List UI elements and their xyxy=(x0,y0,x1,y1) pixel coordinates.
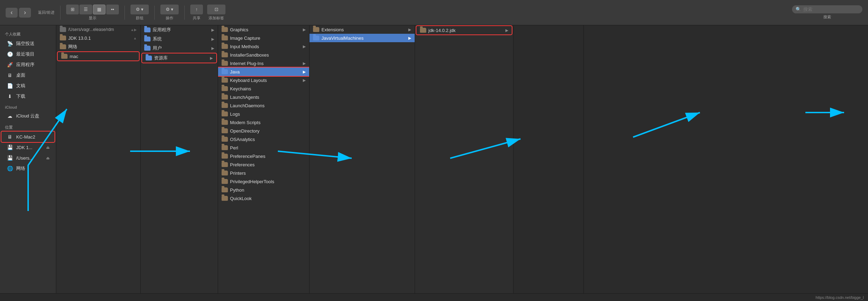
col2-library-chevron: ▶ xyxy=(210,56,213,60)
sep3 xyxy=(154,6,155,20)
col3-python-item[interactable]: Python xyxy=(218,186,309,194)
sidebar-item-recents[interactable]: 🕐 最近项目 xyxy=(1,49,55,59)
sidebar-item-icloud[interactable]: ☁ iCloud 云盘 xyxy=(1,111,55,121)
sidebar-item-airdrop[interactable]: 📡 隔空投送 xyxy=(1,38,55,49)
col5-jdk-item[interactable]: jdk-14.0.2.jdk ▶ xyxy=(416,26,512,34)
sidebar-item-documents[interactable]: 📄 文稿 xyxy=(1,81,55,91)
action-btn[interactable]: ⚙ ▾ xyxy=(160,5,179,14)
col1-network-item[interactable]: 网络 xyxy=(56,42,140,51)
col3-quicklook-item[interactable]: QuickLook xyxy=(218,194,309,203)
sidebar-item-users[interactable]: 💾 /Users... ⏏ xyxy=(1,153,55,163)
forward-button[interactable]: › xyxy=(19,8,31,18)
mac-folder-icon xyxy=(61,54,68,59)
col3-opendirectory-item[interactable]: OpenDirectory xyxy=(218,127,309,135)
jdk1-label: JDK 1... xyxy=(16,145,32,150)
kcmac2-label: KC-Mac2 xyxy=(16,134,35,140)
sidebar-item-desktop[interactable]: 🖥 桌面 xyxy=(1,70,55,81)
col3-modemscripts-item[interactable]: Modem Scripts xyxy=(218,118,309,127)
share-btn[interactable]: ↑ xyxy=(190,5,203,14)
view-gallery-btn[interactable]: ▪▪ xyxy=(106,5,119,14)
col3-logs-item[interactable]: Logs xyxy=(218,110,309,118)
sidebar-item-kcmac2[interactable]: 🖥 KC-Mac2 xyxy=(1,132,55,142)
col3-launchagents-label: LaunchAgents xyxy=(230,95,306,100)
column-4: Extensions ▶ JavaVirtualMachines ▶ xyxy=(309,25,415,293)
col1-network-label: 网络 xyxy=(68,44,137,50)
tag-btn[interactable]: ⊡ xyxy=(207,5,225,14)
col3-printers-item[interactable]: Printers xyxy=(218,169,309,177)
sidebar-item-network[interactable]: 🌐 网络 xyxy=(1,163,55,174)
search-box[interactable]: 🔍 xyxy=(792,5,862,13)
network-icon: 🌐 xyxy=(6,165,13,172)
col2-apps-item[interactable]: 应用程序 ▶ xyxy=(141,25,218,34)
col5-jdk-label: jdk-14.0.2.jdk xyxy=(428,28,505,33)
view-list-btn[interactable]: ☰ xyxy=(79,5,92,14)
col2-system-item[interactable]: 系统 ▶ xyxy=(141,34,218,44)
recents-label: 最近项目 xyxy=(16,51,34,57)
users-eject[interactable]: ⏏ xyxy=(46,156,50,160)
col3-internetplugins-item[interactable]: Internet Plug-Ins ▶ xyxy=(218,59,309,68)
col3-preferences-item[interactable]: Preferences xyxy=(218,160,309,169)
col1-jdk-item[interactable]: JDK 13.0.1 ▲ xyxy=(56,34,140,42)
col3-keychains-item[interactable]: Keychains xyxy=(218,84,309,93)
share-label: 共享 xyxy=(193,15,200,21)
col3-launchdaemons-item[interactable]: LaunchDaemons xyxy=(218,101,309,110)
statusbar: https://blog.csdn.net/bigge_l xyxy=(0,293,868,301)
sidebar-item-downloads[interactable]: ⬇ 下载 xyxy=(1,91,55,102)
col3-preferencepanes-item[interactable]: PreferencePanes xyxy=(218,152,309,160)
sidebar-item-apps[interactable]: 🚀 应用程序 xyxy=(1,59,55,70)
keyboardlayouts-folder-icon xyxy=(222,78,228,83)
col1-mac-item[interactable]: mac xyxy=(58,52,139,60)
col3-osanalytics-item[interactable]: OSAnalytics xyxy=(218,135,309,143)
jdk-folder-icon xyxy=(60,36,66,40)
sidebar-item-jdk1[interactable]: 💾 JDK 1... ⏏ xyxy=(1,142,55,153)
users-label: /Users... xyxy=(16,155,33,161)
col3-graphics-item[interactable]: Graphics ▶ xyxy=(218,25,309,34)
col2-library-item[interactable]: 资源库 ▶ xyxy=(142,53,216,63)
col3-privileged-label: PrivilegedHelperTools xyxy=(230,179,306,184)
preferencepanes-folder-icon xyxy=(222,154,228,159)
locations-label: 位置 xyxy=(0,121,56,132)
col3-java-chevron: ▶ xyxy=(303,70,306,74)
col3-inputmethods-item[interactable]: Input Methods ▶ xyxy=(218,42,309,51)
sep1 xyxy=(60,6,60,20)
action-label: 操作 xyxy=(166,15,173,21)
internetplugins-folder-icon xyxy=(222,61,228,66)
printers-folder-icon xyxy=(222,171,228,175)
extensions-folder-icon xyxy=(313,27,319,32)
col4-extensions-item[interactable]: Extensions ▶ xyxy=(309,25,415,34)
graphics-folder-icon xyxy=(222,27,228,32)
col1-path-label: /Users/vagr...elease/rdm xyxy=(68,27,129,32)
col1-path-item[interactable]: /Users/vagr...elease/rdm ▲ ▶ xyxy=(56,25,140,34)
col4-jvm-item[interactable]: JavaVirtualMachines ▶ xyxy=(309,34,415,42)
group-btn[interactable]: ⚙ ▾ xyxy=(130,5,149,14)
share-group: ↑ 共享 xyxy=(190,5,203,21)
col3-perl-item[interactable]: Perl xyxy=(218,143,309,152)
java-folder-icon xyxy=(222,69,228,74)
col3-preferencepanes-label: PreferencePanes xyxy=(230,154,306,159)
col3-java-item[interactable]: Java ▶ xyxy=(218,68,309,76)
back-button[interactable]: ‹ xyxy=(6,8,18,18)
view-icons-btn[interactable]: ⊞ xyxy=(66,5,79,14)
col3-launchagents-item[interactable]: LaunchAgents xyxy=(218,93,309,101)
documents-icon: 📄 xyxy=(6,82,13,89)
col2-system-chevron: ▶ xyxy=(211,37,214,41)
jdk1-eject[interactable]: ⏏ xyxy=(46,145,50,150)
privileged-folder-icon xyxy=(222,179,228,184)
col3-keychains-label: Keychains xyxy=(230,86,306,91)
col3-privileged-item[interactable]: PrivilegedHelperTools xyxy=(218,177,309,186)
col2-users-item[interactable]: 用户 ▶ xyxy=(141,44,218,53)
favorites-label: 个人收藏 xyxy=(0,28,56,38)
network-folder-icon xyxy=(60,44,66,49)
jvm-folder-icon xyxy=(313,36,319,40)
view-columns-btn[interactable]: ▦ xyxy=(93,5,106,14)
col3-keyboardlayouts-item[interactable]: Keyboard Layouts ▶ xyxy=(218,76,309,84)
search-input[interactable] xyxy=(803,7,853,12)
col4-extensions-label: Extensions xyxy=(321,27,408,32)
col3-installersandboxes-item[interactable]: InstallerSandboxes xyxy=(218,51,309,59)
search-label: 搜索 xyxy=(823,14,831,20)
col3-preferences-label: Preferences xyxy=(230,162,306,167)
col3-imagecapture-item[interactable]: Image Capture xyxy=(218,34,309,42)
col3-modemscripts-label: Modem Scripts xyxy=(230,120,306,125)
view-buttons: ⊞ ☰ ▦ ▪▪ xyxy=(66,5,119,14)
tag-group: ⊡ 添加标签 xyxy=(207,5,225,21)
